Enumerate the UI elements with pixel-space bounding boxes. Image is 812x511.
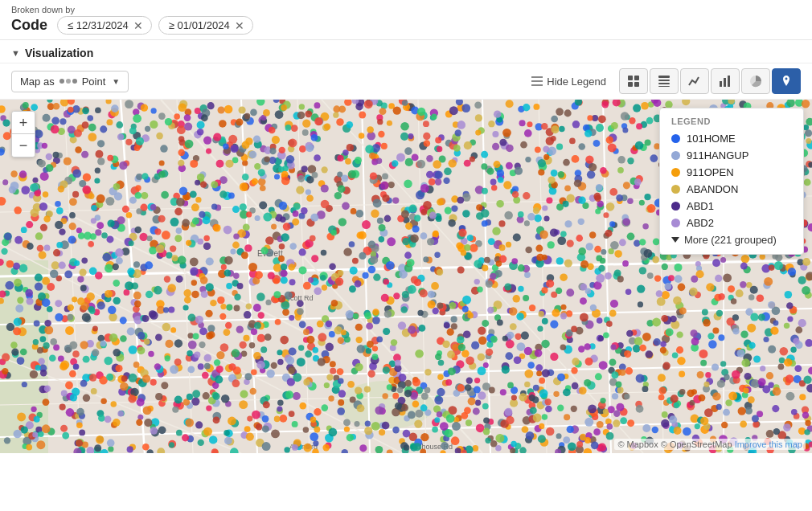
viz-chevron-icon[interactable]: ▼ <box>11 48 20 58</box>
legend-item-label: ABD1 <box>687 200 714 212</box>
filter-chip-1-close[interactable]: ✕ <box>133 20 143 31</box>
legend-title: LEGEND <box>671 117 792 126</box>
legend-item: 101HOME <box>671 133 792 145</box>
legend-item: ABD1 <box>671 200 792 212</box>
legend-dot-icon <box>671 202 680 211</box>
map-type-chevron-icon: ▼ <box>112 77 120 86</box>
pie-chart-button[interactable] <box>741 68 770 94</box>
svg-rect-1 <box>634 76 639 80</box>
legend-item-label: ABD2 <box>687 217 714 229</box>
line-chart-button[interactable] <box>680 68 709 94</box>
svg-rect-2 <box>628 82 633 87</box>
zoom-out-button[interactable]: − <box>12 134 35 157</box>
map-container[interactable]: Everett Scott Rd Allens rd Mulhouse Rd M… <box>0 100 812 453</box>
filter-chip-1-value: ≤ 12/31/2024 <box>68 19 129 31</box>
zoom-controls: + − <box>11 111 35 157</box>
legend-more-button[interactable]: More (221 grouped) <box>671 234 792 246</box>
filter-chip-2[interactable]: ≥ 01/01/2024 ✕ <box>158 16 253 35</box>
legend-items-list: 101HOME911HANGUP911OPENABANDONABD1ABD2 <box>671 133 792 229</box>
svg-rect-6 <box>658 83 670 84</box>
bar-chart-button[interactable] <box>711 68 740 94</box>
legend-more-label: More (221 grouped) <box>684 234 777 246</box>
svg-rect-3 <box>634 82 639 87</box>
legend-dot-icon <box>671 219 680 227</box>
legend-item: ABD2 <box>671 217 792 229</box>
legend-dot-icon <box>671 151 680 160</box>
map-view-button[interactable] <box>772 68 801 94</box>
map-as-button[interactable]: Map as Point ▼ <box>11 71 129 92</box>
filter-chip-1[interactable]: ≤ 12/31/2024 ✕ <box>57 16 152 35</box>
map-attribution: © Mapbox © OpenStreetMap Improve this ma… <box>614 439 806 450</box>
filter-chip-2-close[interactable]: ✕ <box>235 20 244 31</box>
hide-legend-button[interactable]: Hide Legend <box>525 72 613 92</box>
legend-lines-icon <box>531 76 543 86</box>
improve-map-link[interactable]: Improve this map <box>735 439 802 449</box>
toolbar: Map as Point ▼ Hide Legend <box>0 63 812 100</box>
svg-rect-7 <box>658 86 670 87</box>
svg-rect-10 <box>728 76 730 87</box>
filter-chip-2-value: ≥ 01/01/2024 <box>169 19 230 31</box>
legend-item-label: ABANDON <box>687 183 738 195</box>
svg-rect-0 <box>628 76 633 80</box>
svg-rect-9 <box>724 78 726 87</box>
legend-item-label: 911HANGUP <box>687 149 748 161</box>
svg-rect-5 <box>658 80 670 81</box>
svg-rect-8 <box>720 81 722 87</box>
legend-item-label: 101HOME <box>687 133 736 145</box>
legend-dot-icon <box>671 168 680 177</box>
svg-rect-4 <box>658 76 670 78</box>
legend-item: 911HANGUP <box>671 149 792 161</box>
viz-header: ▼ Visualization <box>0 40 812 63</box>
map-as-label: Map as <box>20 76 55 88</box>
table-view-button[interactable] <box>650 68 679 94</box>
hide-legend-label: Hide Legend <box>547 76 606 88</box>
legend-more-triangle-icon <box>671 237 679 243</box>
legend-item: 911OPEN <box>671 166 792 178</box>
legend-panel: LEGEND 101HOME911HANGUP911OPENABANDONABD… <box>659 108 804 255</box>
grid-view-button[interactable] <box>619 68 648 94</box>
map-as-dots-icon <box>59 79 77 84</box>
zoom-in-button[interactable]: + <box>12 112 35 134</box>
legend-item-label: 911OPEN <box>687 166 734 178</box>
broken-down-label: Broken down by <box>11 5 801 14</box>
filter-row: Code ≤ 12/31/2024 ✕ ≥ 01/01/2024 ✕ <box>11 16 801 35</box>
legend-dot-icon <box>671 185 680 194</box>
field-name: Code <box>11 17 47 34</box>
legend-item: ABANDON <box>671 183 792 195</box>
viz-label: Visualization <box>25 47 93 59</box>
attribution-text: © Mapbox © OpenStreetMap <box>617 439 732 449</box>
viz-type-buttons <box>619 68 801 94</box>
map-type-label: Point <box>82 76 106 88</box>
legend-dot-icon <box>671 134 680 143</box>
top-bar: Broken down by Code ≤ 12/31/2024 ✕ ≥ 01/… <box>0 0 812 40</box>
